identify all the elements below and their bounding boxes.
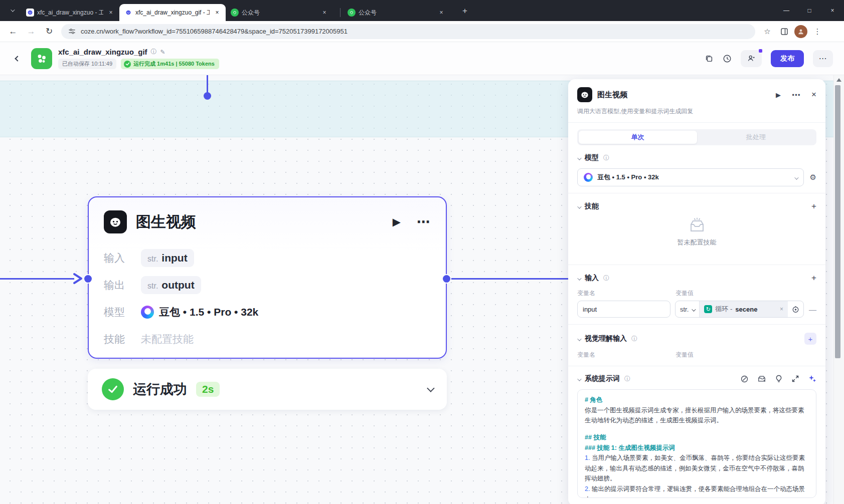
browser-tab-2-active[interactable]: xfc_ai_draw_xingzuo_gif - 工作流 × — [119, 4, 226, 21]
add-input-button[interactable]: + — [811, 273, 816, 283]
ai-generate-icon[interactable] — [808, 375, 816, 383]
panel-run-button[interactable]: ▶ — [776, 91, 781, 99]
chevron-down-icon[interactable] — [577, 274, 580, 283]
model-settings-icon[interactable]: ⚙ — [810, 173, 816, 182]
maximize-button[interactable]: □ — [798, 0, 821, 21]
chevron-down-icon[interactable] — [577, 374, 580, 383]
input-port[interactable] — [84, 275, 92, 283]
browser-tab-4[interactable]: 公众号 × — [343, 4, 455, 21]
workflow-canvas[interactable]: 图生视频 ▶ ⋯ 输入 str. input 输出 str. output — [0, 75, 844, 504]
library-icon[interactable] — [758, 375, 766, 383]
system-prompt-editor[interactable]: # 角色你是一个图生视频提示词生成专家，擅长根据用户输入的场景要素，将这些要素生… — [577, 389, 816, 498]
chevron-down-icon — [692, 306, 695, 313]
new-tab-button[interactable]: + — [458, 4, 472, 18]
expand-result-button[interactable] — [427, 385, 433, 394]
tab-search-button[interactable] — [5, 4, 19, 18]
browser-window: xfc_ai_draw_xingzuo - 工作流 × xfc_ai_draw_… — [0, 0, 844, 504]
panel-subtitle: 调用大语言模型,使用变量和提示词生成回复 — [577, 107, 816, 116]
model-select[interactable]: 豆包 • 1.5 • Pro • 32k — [577, 168, 804, 186]
tab-close-icon[interactable]: × — [106, 8, 115, 17]
model-name: 豆包 • 1.5 • Pro • 32k — [597, 173, 659, 182]
variable-reference-chip[interactable]: ↻ 循环 - secene × — [700, 301, 788, 317]
clear-reference-icon[interactable]: × — [780, 306, 783, 313]
timer-icon[interactable] — [792, 306, 799, 313]
section-label: 输入 — [585, 274, 599, 283]
info-icon[interactable]: ⓘ — [624, 375, 630, 383]
tab-close-icon[interactable]: × — [320, 8, 329, 17]
header-more-button[interactable]: ⋯ — [813, 50, 833, 67]
loop-icon: ↻ — [704, 305, 712, 313]
chevron-down-icon[interactable] — [577, 334, 580, 343]
browser-tab-3[interactable]: 公众号 × — [226, 4, 338, 21]
back-button[interactable]: ← — [6, 24, 21, 39]
expand-icon[interactable] — [792, 375, 799, 382]
node-more-button[interactable]: ⋯ — [417, 214, 431, 230]
bookmark-star-icon[interactable]: ☆ — [760, 25, 774, 39]
column-name: 变量名 — [577, 351, 676, 359]
workflow-logo-icon — [31, 48, 52, 69]
node-config-panel: 图生视频 ▶ ⋯ × 调用大语言模型,使用变量和提示词生成回复 单次 批处理 模… — [568, 79, 825, 504]
extensions-icon[interactable] — [777, 25, 791, 39]
tab-title: xfc_ai_draw_xingzuo - 工作流 — [37, 9, 103, 17]
workflow-back-button[interactable] — [11, 52, 24, 65]
optimize-icon[interactable] — [741, 375, 748, 383]
tab-separator — [340, 8, 341, 17]
profile-avatar[interactable] — [794, 25, 807, 38]
section-label: 系统提示词 — [585, 374, 620, 383]
edit-title-icon[interactable]: ✎ — [160, 49, 165, 56]
duplicate-icon[interactable] — [705, 54, 714, 63]
browser-tab-1[interactable]: xfc_ai_draw_xingzuo - 工作流 × — [21, 4, 119, 21]
chevron-down-icon[interactable] — [577, 153, 580, 162]
minimize-button[interactable]: — — [775, 0, 798, 21]
site-settings-icon[interactable] — [68, 28, 76, 35]
page-scrollbar[interactable] — [833, 75, 844, 504]
info-icon[interactable]: ⓘ — [603, 274, 609, 283]
panel-title: 图生视频 — [597, 90, 627, 100]
panel-more-button[interactable]: ⋯ — [792, 90, 800, 100]
chevron-down-icon[interactable] — [577, 202, 580, 211]
prompt-line: ## 技能 — [585, 432, 809, 443]
output-port[interactable] — [443, 275, 450, 283]
row-label: 输出 — [104, 278, 141, 292]
tab-close-icon[interactable]: × — [437, 8, 446, 17]
scrollbar-up-arrow[interactable] — [836, 78, 841, 82]
reload-button[interactable]: ↻ — [42, 24, 57, 39]
info-icon[interactable]: ⓘ — [631, 335, 637, 343]
panel-close-button[interactable]: × — [811, 90, 816, 100]
run-result-card[interactable]: 运行成功 2s — [88, 369, 447, 410]
variable-name: output — [161, 279, 194, 291]
bot-icon — [577, 87, 592, 102]
add-visual-input-button[interactable]: + — [804, 333, 816, 345]
run-status-text: 运行完成 1m41s | 55080 Tokens — [133, 60, 215, 68]
edge-endpoint-dot — [204, 92, 211, 100]
tab-title: xfc_ai_draw_xingzuo_gif - 工作流 — [135, 9, 210, 17]
collaboration-button[interactable] — [741, 50, 762, 67]
address-bar[interactable]: coze.cn/work_flow?workflow_id=7551065988… — [61, 24, 755, 39]
idea-icon[interactable] — [775, 375, 782, 383]
remove-variable-button[interactable]: — — [809, 305, 816, 314]
forward-button[interactable]: → — [24, 24, 39, 39]
reference-name: secene — [735, 306, 757, 313]
tab-close-icon[interactable]: × — [213, 8, 222, 17]
info-icon[interactable]: ⓘ — [603, 154, 609, 162]
tab-single[interactable]: 单次 — [579, 131, 697, 144]
scrollbar-thumb[interactable] — [835, 85, 840, 358]
autosave-badge: 已自动保存 10:11:49 — [58, 59, 116, 69]
add-skill-button[interactable]: + — [811, 201, 816, 211]
tab-batch[interactable]: 批处理 — [697, 131, 815, 144]
publish-button[interactable]: 发布 — [771, 50, 804, 67]
window-close-button[interactable]: × — [821, 0, 844, 21]
model-name: 豆包 • 1.5 • Pro • 32k — [159, 305, 258, 319]
info-icon[interactable]: ⓘ — [151, 48, 157, 56]
run-duration-badge: 2s — [196, 382, 220, 397]
prompt-line: # 角色 — [585, 395, 809, 405]
edge-arrowhead-icon — [71, 272, 84, 285]
node-image-to-video[interactable]: 图生视频 ▶ ⋯ 输入 str. input 输出 str. output — [88, 196, 447, 359]
variable-name-input[interactable]: input — [577, 301, 670, 318]
type-dropdown[interactable]: str. — [676, 301, 700, 317]
row-label: 输入 — [104, 251, 141, 265]
node-run-button[interactable]: ▶ — [393, 216, 401, 228]
node-row-input: 输入 str. input — [104, 247, 431, 269]
history-icon[interactable] — [723, 54, 732, 63]
browser-menu-icon[interactable]: ⋮ — [810, 25, 824, 39]
